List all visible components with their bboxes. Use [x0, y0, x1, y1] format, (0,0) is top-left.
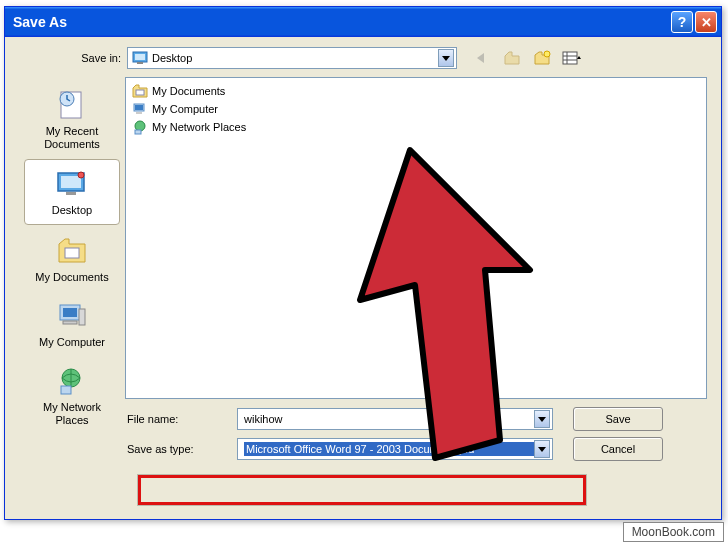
svg-rect-21	[136, 90, 144, 95]
save-as-type-label: Save as type:	[125, 443, 237, 455]
right-column: My Documents My Computer My Network Plac…	[125, 77, 707, 467]
my-documents-icon	[54, 233, 90, 269]
save-in-dropdown[interactable]: Desktop	[127, 47, 457, 69]
svg-rect-12	[66, 192, 76, 195]
svg-rect-23	[135, 105, 143, 110]
up-one-level-button[interactable]	[501, 47, 523, 69]
place-desktop[interactable]: Desktop	[24, 159, 120, 224]
dialog-body: Save in: Desktop	[5, 37, 721, 519]
save-in-value: Desktop	[152, 52, 438, 64]
file-name: My Documents	[152, 85, 225, 97]
file-name-label: File name:	[125, 413, 237, 425]
bottom-section: File name: wikihow Save Save as type: Mi…	[125, 407, 707, 467]
chevron-down-icon[interactable]	[438, 49, 454, 67]
save-button[interactable]: Save	[573, 407, 663, 431]
place-label: Desktop	[27, 204, 117, 217]
svg-rect-24	[136, 112, 142, 114]
file-name-input[interactable]: wikihow	[237, 408, 553, 430]
svg-rect-4	[563, 52, 577, 64]
toolbar-buttons	[471, 47, 583, 69]
file-list[interactable]: My Documents My Computer My Network Plac…	[125, 77, 707, 399]
back-button[interactable]	[471, 47, 493, 69]
svg-rect-16	[63, 308, 77, 317]
svg-rect-14	[65, 248, 79, 258]
place-my-network-places[interactable]: My Network Places	[24, 357, 120, 433]
places-bar: My Recent Documents Desktop My Documents	[19, 77, 125, 467]
my-computer-icon	[54, 298, 90, 334]
desktop-icon	[132, 50, 148, 66]
titlebar[interactable]: Save As ? ✕	[5, 7, 721, 37]
place-label: My Network Places	[26, 401, 118, 427]
svg-rect-1	[135, 54, 145, 60]
svg-rect-18	[79, 309, 85, 325]
folder-icon	[132, 83, 148, 99]
file-name-value: wikihow	[244, 413, 534, 425]
file-name: My Computer	[152, 103, 218, 115]
svg-point-13	[78, 172, 84, 178]
desktop-icon	[54, 166, 90, 202]
new-folder-button[interactable]	[531, 47, 553, 69]
main-area: My Recent Documents Desktop My Documents	[19, 77, 707, 467]
list-item[interactable]: My Network Places	[130, 118, 702, 136]
file-name: My Network Places	[152, 121, 246, 133]
place-label: My Recent Documents	[26, 125, 118, 151]
chevron-down-icon[interactable]	[534, 440, 550, 458]
svg-rect-20	[61, 386, 71, 394]
svg-point-3	[544, 51, 550, 57]
computer-icon	[132, 101, 148, 117]
save-as-dialog: Save As ? ✕ Save in: Desktop	[4, 6, 722, 520]
svg-rect-26	[135, 130, 141, 134]
list-item[interactable]: My Documents	[130, 82, 702, 100]
svg-rect-11	[61, 176, 81, 188]
cancel-button[interactable]: Cancel	[573, 437, 663, 461]
save-in-row: Save in: Desktop	[19, 47, 707, 69]
network-places-icon	[54, 363, 90, 399]
place-my-recent-documents[interactable]: My Recent Documents	[24, 81, 120, 157]
file-name-row: File name: wikihow Save	[125, 407, 707, 431]
save-as-type-value: Microsoft Office Word 97 - 2003 Document…	[244, 442, 534, 456]
place-label: My Documents	[26, 271, 118, 284]
help-button[interactable]: ?	[671, 11, 693, 33]
place-label: My Computer	[26, 336, 118, 349]
chevron-down-icon[interactable]	[534, 410, 550, 428]
save-in-label: Save in:	[59, 52, 127, 64]
svg-rect-2	[137, 62, 143, 64]
place-my-documents[interactable]: My Documents	[24, 227, 120, 290]
place-my-computer[interactable]: My Computer	[24, 292, 120, 355]
list-item[interactable]: My Computer	[130, 100, 702, 118]
save-as-type-row: Save as type: Microsoft Office Word 97 -…	[125, 437, 707, 461]
watermark: MoonBook.com	[623, 522, 724, 542]
svg-rect-17	[63, 321, 77, 324]
save-as-type-dropdown[interactable]: Microsoft Office Word 97 - 2003 Document…	[237, 438, 553, 460]
dialog-title: Save As	[13, 14, 669, 30]
network-icon	[132, 119, 148, 135]
close-button[interactable]: ✕	[695, 11, 717, 33]
recent-documents-icon	[54, 87, 90, 123]
views-button[interactable]	[561, 47, 583, 69]
